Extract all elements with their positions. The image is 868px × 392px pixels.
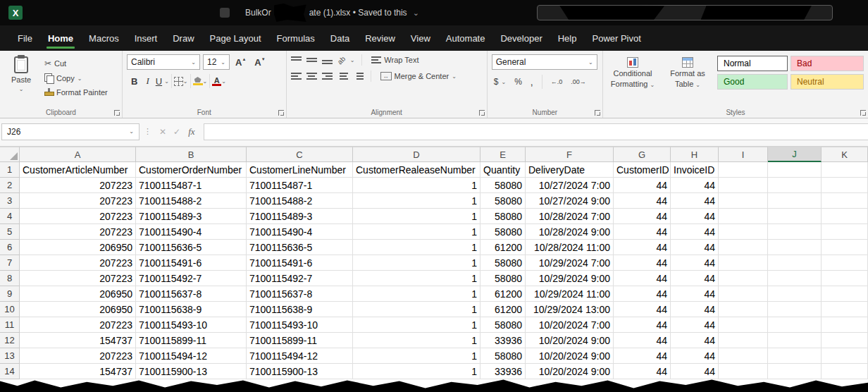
cell-C12[interactable]: 7100115899-11	[247, 333, 353, 348]
col-header-C[interactable]: C	[247, 147, 353, 162]
chevron-down-icon[interactable]: ⌄	[129, 128, 134, 135]
cell-I9[interactable]	[719, 286, 768, 302]
cell-H7[interactable]: 44	[671, 255, 719, 271]
cell-D11[interactable]: 1	[353, 317, 480, 333]
align-top-icon[interactable]	[291, 56, 302, 65]
merge-center-button[interactable]: ↔ Merge & Center ⌄	[378, 71, 459, 82]
row-header-11[interactable]: 11	[0, 317, 20, 333]
cell-I3[interactable]	[719, 193, 768, 209]
row-header-4[interactable]: 4	[0, 209, 20, 224]
menu-tab-page-layout[interactable]: Page Layout	[202, 25, 269, 51]
cell-B10[interactable]: 7100115638-9	[136, 302, 247, 317]
percent-style-button[interactable]: %	[512, 75, 524, 88]
decrease-font-button[interactable]: A▼	[252, 56, 268, 68]
cell-C11[interactable]: 7100115493-10	[247, 317, 353, 333]
cell-G12[interactable]: 44	[614, 333, 671, 348]
decrease-decimal-button[interactable]: .00→	[569, 77, 588, 87]
style-normal[interactable]: Normal	[717, 56, 788, 71]
cell-F2[interactable]: 10/27/2024 7:00	[526, 178, 614, 193]
copy-button[interactable]: Copy ⌄	[42, 72, 110, 85]
cell-J5[interactable]	[768, 224, 822, 240]
cell-E9[interactable]: 61200	[480, 286, 526, 302]
enter-icon[interactable]: ✓	[170, 127, 184, 137]
cell-K14[interactable]	[822, 364, 868, 379]
cell-G10[interactable]: 44	[614, 302, 671, 317]
cell-G4[interactable]: 44	[614, 209, 671, 224]
cell-D2[interactable]: 1	[353, 178, 480, 193]
cell-B4[interactable]: 7100115489-3	[136, 209, 247, 224]
cell-E1[interactable]: Quantity	[480, 162, 526, 178]
cell-J10[interactable]	[768, 302, 822, 317]
cell-H10[interactable]: 44	[671, 302, 719, 317]
align-right-icon[interactable]	[322, 73, 333, 80]
dialog-launcher-icon[interactable]	[278, 110, 284, 116]
cell-E14[interactable]: 33936	[480, 364, 526, 379]
cell-F8[interactable]: 10/29/2024 9:00	[526, 271, 614, 286]
font-color-icon[interactable]: A	[212, 77, 221, 86]
chevron-down-icon[interactable]: ⌄	[350, 57, 355, 63]
cell-G3[interactable]: 44	[614, 193, 671, 209]
cell-K7[interactable]	[822, 255, 868, 271]
search-box[interactable]	[537, 5, 833, 20]
number-format-select[interactable]: General ⌄	[492, 54, 597, 70]
cell-E12[interactable]: 33936	[480, 333, 526, 348]
cell-D5[interactable]: 1	[353, 224, 480, 240]
decrease-indent-icon[interactable]	[337, 73, 348, 80]
name-box[interactable]: J26 ⌄	[1, 123, 140, 140]
row-header-2[interactable]: 2	[0, 178, 20, 193]
cell-H4[interactable]: 44	[671, 209, 719, 224]
dialog-launcher-icon[interactable]	[595, 110, 600, 116]
cell-F10[interactable]: 10/29/2024 13:00	[526, 302, 614, 317]
cell-J6[interactable]	[768, 240, 822, 255]
menu-tab-automate[interactable]: Automate	[438, 25, 493, 51]
comma-style-button[interactable]: ,	[528, 75, 535, 89]
cell-E6[interactable]: 61200	[480, 240, 526, 255]
cell-K13[interactable]	[822, 348, 868, 364]
cell-A13[interactable]: 207223	[20, 348, 136, 364]
cell-A9[interactable]: 206950	[20, 286, 136, 302]
cell-G2[interactable]: 44	[614, 178, 671, 193]
cell-A10[interactable]: 206950	[20, 302, 136, 317]
cell-E5[interactable]: 58080	[480, 224, 526, 240]
chevron-down-icon[interactable]: ⌄	[221, 78, 226, 85]
cell-F11[interactable]: 10/20/2024 7:00	[526, 317, 614, 333]
cell-D9[interactable]: 1	[353, 286, 480, 302]
menu-tab-developer[interactable]: Developer	[492, 25, 550, 51]
font-family-select[interactable]: Calibri ⌄	[127, 54, 200, 70]
cell-G11[interactable]: 44	[614, 317, 671, 333]
cell-B8[interactable]: 7100115492-7	[136, 271, 247, 286]
text-orientation-icon[interactable]: ab	[335, 54, 347, 66]
cell-E2[interactable]: 58080	[480, 178, 526, 193]
excel-app-icon[interactable]: X	[8, 6, 23, 20]
select-all-corner[interactable]	[0, 147, 20, 162]
row-header-14[interactable]: 14	[0, 364, 20, 379]
cell-E3[interactable]: 58080	[480, 193, 526, 209]
cell-J11[interactable]	[768, 317, 822, 333]
cell-A1[interactable]: CustomerArticleNumber	[20, 162, 136, 178]
cell-I6[interactable]	[719, 240, 768, 255]
accounting-format-button[interactable]: $ ⌄	[492, 75, 508, 88]
cell-I5[interactable]	[719, 224, 768, 240]
cell-B1[interactable]: CustomerOrderNumber	[136, 162, 247, 178]
cell-G6[interactable]: 44	[614, 240, 671, 255]
cell-F3[interactable]: 10/27/2024 9:00	[526, 193, 614, 209]
cell-A6[interactable]: 206950	[20, 240, 136, 255]
cell-F1[interactable]: DeliveryDate	[526, 162, 614, 178]
cell-D14[interactable]: 1	[353, 364, 480, 379]
cell-H12[interactable]: 44	[671, 333, 719, 348]
row-header-3[interactable]: 3	[0, 193, 20, 209]
cell-B13[interactable]: 7100115494-12	[136, 348, 247, 364]
cell-C6[interactable]: 7100115636-5	[247, 240, 353, 255]
cell-K4[interactable]	[822, 209, 868, 224]
cell-E11[interactable]: 58080	[480, 317, 526, 333]
increase-decimal-button[interactable]: ←.0	[549, 77, 565, 87]
paste-button[interactable]: Paste ⌄	[4, 54, 38, 92]
cell-D3[interactable]: 1	[353, 193, 480, 209]
cell-H1[interactable]: InvoiceID	[671, 162, 719, 178]
cell-I1[interactable]	[719, 162, 768, 178]
cell-F7[interactable]: 10/29/2024 7:00	[526, 255, 614, 271]
cell-B9[interactable]: 7100115637-8	[136, 286, 247, 302]
row-header-6[interactable]: 6	[0, 240, 20, 255]
col-header-K[interactable]: K	[822, 147, 868, 162]
style-good[interactable]: Good	[717, 74, 788, 90]
